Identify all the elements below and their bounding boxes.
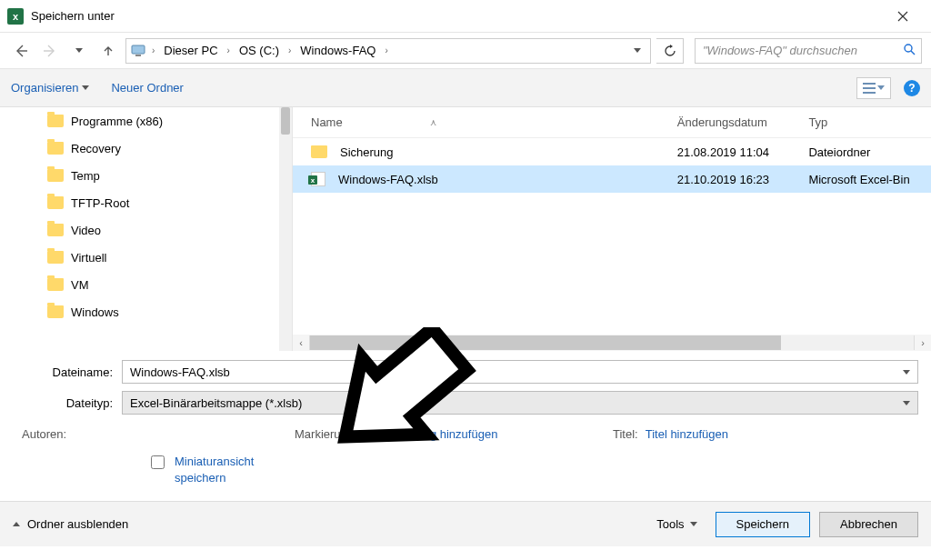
forward-button[interactable] (38, 39, 62, 63)
chevron-down-icon (877, 85, 885, 90)
crumb-drive[interactable]: OS (C:) (235, 44, 283, 57)
file-list: Name ⋏ Änderungsdatum Typ Sicherung 21.0… (293, 107, 931, 351)
column-name[interactable]: Name ⋏ (302, 115, 668, 129)
recent-locations-button[interactable] (67, 39, 91, 63)
tree-item[interactable]: Programme (x86) (0, 107, 292, 135)
tree-item[interactable]: Video (0, 216, 292, 244)
filetype-label: Dateityp: (13, 396, 122, 410)
excel-file-icon (311, 172, 325, 186)
close-button[interactable] (882, 3, 924, 30)
sort-indicator-icon: ⋏ (430, 117, 436, 127)
save-thumbnail-label[interactable]: Miniaturansicht speichern (175, 454, 293, 486)
tree-item[interactable]: Windows (0, 298, 292, 325)
search-input[interactable] (701, 43, 903, 58)
breadcrumb[interactable]: › Dieser PC › OS (C:) › Windows-FAQ › (125, 38, 651, 64)
tags-label: Markierungen: (295, 427, 370, 441)
dialog-footer: Ordner ausblenden Tools Speichern Abbrec… (0, 501, 931, 546)
svg-rect-0 (132, 45, 145, 54)
crumb-pc[interactable]: Dieser PC (160, 44, 221, 57)
svg-point-2 (905, 45, 912, 52)
main-area: Programme (x86) Recovery Temp TFTP-Root … (0, 107, 931, 351)
save-thumbnail-checkbox[interactable] (151, 455, 165, 469)
file-row[interactable]: Windows-FAQ.xlsb 21.10.2019 16:23 Micros… (293, 165, 931, 193)
column-type[interactable]: Typ (799, 115, 931, 129)
file-row[interactable]: Sicherung 21.08.2019 11:04 Dateiordner (293, 138, 931, 165)
folder-icon (311, 145, 327, 158)
folder-icon (47, 169, 64, 182)
search-box[interactable] (695, 38, 922, 64)
save-form: Dateiname: Windows-FAQ.xlsb Dateityp: Ex… (0, 351, 931, 501)
tree-item[interactable]: TFTP-Root (0, 189, 292, 216)
crumb-folder[interactable]: Windows-FAQ (296, 44, 379, 57)
chevron-down-icon[interactable] (903, 401, 910, 405)
chevron-up-icon (13, 522, 20, 526)
window-title: Speichern unter (31, 9, 115, 23)
folder-icon (47, 115, 64, 127)
breadcrumb-dropdown-icon[interactable] (634, 48, 641, 53)
folder-icon (47, 278, 64, 291)
svg-rect-1 (135, 55, 141, 56)
save-button[interactable]: Speichern (716, 512, 811, 537)
folder-icon (47, 196, 64, 209)
back-button[interactable] (9, 39, 33, 63)
title-label: Titel: (613, 427, 638, 441)
add-title-link[interactable]: Titel hinzufügen (646, 427, 728, 441)
folder-icon (47, 224, 64, 236)
tools-menu[interactable]: Tools (656, 517, 696, 531)
column-headers[interactable]: Name ⋏ Änderungsdatum Typ (293, 107, 931, 138)
chevron-down-icon (82, 85, 89, 90)
cancel-button[interactable]: Abbrechen (819, 512, 918, 537)
add-tag-link[interactable]: Markierung hinzufügen (377, 427, 497, 441)
filetype-select[interactable]: Excel-Binärarbeitsmappe (*.xlsb) (122, 391, 918, 415)
chevron-down-icon (690, 522, 697, 526)
folder-tree[interactable]: Programme (x86) Recovery Temp TFTP-Root … (0, 107, 293, 351)
folder-icon (47, 305, 64, 318)
folder-icon (47, 142, 64, 155)
view-options-button[interactable] (856, 77, 891, 99)
help-icon[interactable]: ? (904, 80, 920, 96)
title-bar: x Speichern unter (0, 0, 931, 33)
horizontal-scrollbar[interactable]: ‹ › (293, 335, 931, 351)
tree-item[interactable]: Virtuell (0, 244, 292, 271)
tree-item[interactable]: Recovery (0, 135, 292, 162)
hide-folders-button[interactable]: Ordner ausblenden (13, 517, 128, 531)
folder-icon (47, 251, 64, 264)
chevron-down-icon[interactable] (903, 370, 910, 375)
organize-menu[interactable]: Organisieren (11, 81, 89, 95)
up-button[interactable] (96, 39, 120, 63)
command-bar: Organisieren Neuer Ordner ? (0, 69, 931, 107)
tree-scrollbar[interactable] (279, 107, 292, 351)
tree-item[interactable]: Temp (0, 162, 292, 189)
nav-bar: › Dieser PC › OS (C:) › Windows-FAQ › (0, 33, 931, 69)
new-folder-button[interactable]: Neuer Ordner (111, 81, 183, 95)
search-icon[interactable] (903, 43, 916, 58)
excel-app-icon: x (7, 8, 24, 25)
tree-item[interactable]: VM (0, 271, 292, 298)
authors-label: Autoren: (22, 427, 66, 441)
filename-input[interactable]: Windows-FAQ.xlsb (122, 360, 918, 384)
pc-icon (130, 43, 146, 59)
column-date[interactable]: Änderungsdatum (668, 115, 800, 129)
refresh-button[interactable] (656, 38, 684, 64)
filename-label: Dateiname: (13, 365, 122, 379)
